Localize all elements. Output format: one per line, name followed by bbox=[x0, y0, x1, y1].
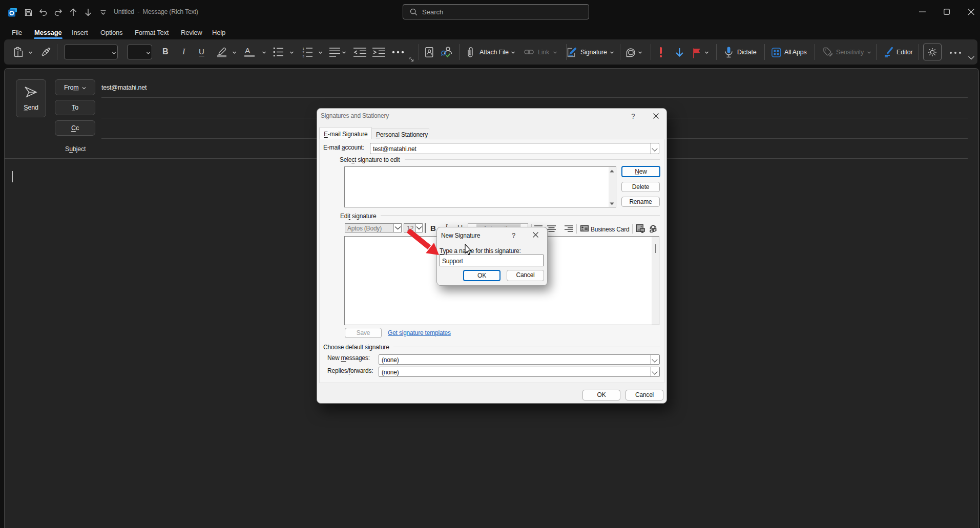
svg-text:1: 1 bbox=[303, 47, 305, 50]
svg-text:3: 3 bbox=[303, 54, 305, 58]
svg-text:2: 2 bbox=[303, 50, 305, 54]
